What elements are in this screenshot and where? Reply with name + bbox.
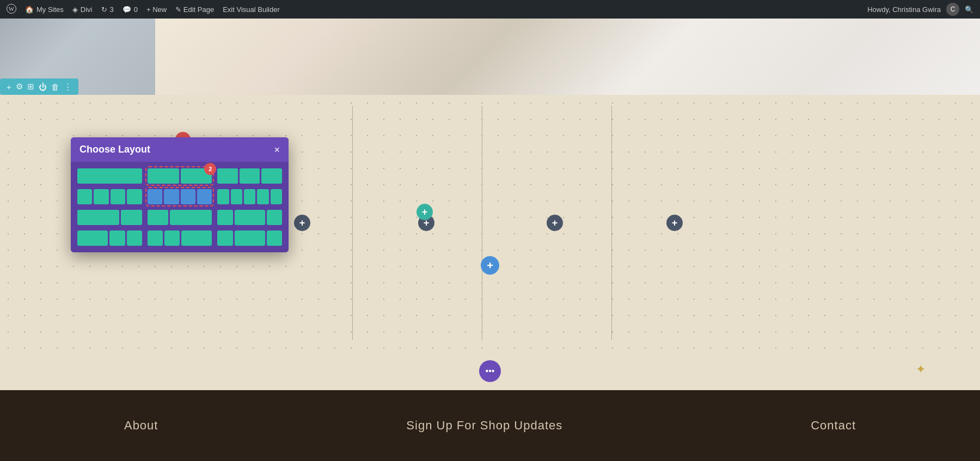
new-menu[interactable]: + New: [146, 5, 167, 14]
add-between-rows-btn[interactable]: +: [416, 204, 433, 220]
popup-close-button[interactable]: ×: [274, 145, 280, 155]
add-row-icon[interactable]: +: [7, 82, 11, 92]
delete-icon[interactable]: 🗑: [51, 82, 59, 92]
layout-selected-badge: 2: [204, 163, 216, 175]
layout-4col-green[interactable]: [77, 189, 142, 204]
edit-page-btn[interactable]: ✎ Edit Page: [175, 5, 214, 14]
layout-5col[interactable]: [217, 189, 282, 204]
more-icon[interactable]: ⋮: [64, 82, 72, 92]
layout-4col-blue-selected[interactable]: [148, 189, 212, 204]
layout-mixed-c[interactable]: [217, 230, 282, 246]
footer: About Sign Up For Shop Updates Contact: [0, 390, 980, 461]
home-icon: 🏠: [25, 5, 34, 14]
add-row-bottom-btn[interactable]: +: [481, 256, 499, 275]
updates-count: 3: [110, 5, 114, 14]
row-toolbar-top: + ⚙ ⊞ ⏻ 🗑 ⋮: [0, 78, 78, 95]
layout-mixed-a[interactable]: [77, 230, 142, 246]
disable-icon[interactable]: ⏻: [39, 82, 47, 92]
column-divider-3: [611, 106, 612, 340]
star-decoration: ✦: [916, 362, 926, 377]
divi-icon: ◈: [72, 5, 78, 14]
popup-title: Choose Layout: [79, 144, 150, 155]
top-right-image: [155, 19, 980, 95]
my-sites-label: My Sites: [36, 5, 64, 14]
comments-icon: 💬: [122, 5, 131, 14]
add-module-col4[interactable]: +: [666, 215, 683, 231]
admin-bar: W 🏠 My Sites ◈ Divi ↻ 3 💬 0 + New ✎ Edit…: [0, 0, 980, 19]
column-divider-2: [482, 106, 482, 340]
duplicate-icon[interactable]: ⊞: [27, 82, 34, 92]
new-label: + New: [146, 5, 167, 14]
layout-row-3: [77, 210, 282, 225]
layout-1col[interactable]: [77, 168, 142, 184]
layout-2col-selected[interactable]: 2: [148, 168, 212, 184]
top-images-area: [0, 19, 980, 95]
add-module-col3[interactable]: +: [547, 215, 563, 231]
updates-menu[interactable]: ↻ 3: [101, 5, 114, 14]
choose-layout-popup: Choose Layout × 2: [71, 137, 289, 252]
exit-vb-label: Exit Visual Builder: [223, 5, 280, 14]
my-sites-menu[interactable]: 🏠 My Sites: [25, 5, 64, 14]
updates-icon: ↻: [101, 5, 107, 14]
layout-3col[interactable]: [217, 168, 282, 184]
edit-page-label: ✎ Edit Page: [175, 5, 214, 14]
svg-text:W: W: [9, 5, 15, 12]
footer-signup[interactable]: Sign Up For Shop Updates: [406, 418, 562, 433]
wp-logo[interactable]: W: [7, 4, 16, 15]
search-icon[interactable]: 🔍: [965, 5, 973, 14]
comments-count: 0: [134, 5, 138, 14]
user-avatar[interactable]: C: [946, 3, 959, 16]
main-content-area: 1 + ⚙ ⊞ ⊟ ⏻ 🗑 ⋮ + + + + + Choose Layout …: [0, 95, 980, 351]
layout-mixed-b[interactable]: [148, 230, 212, 246]
divi-menu[interactable]: ◈ Divi: [72, 5, 93, 14]
popup-body: 2: [71, 162, 289, 252]
layout-row-2: [77, 189, 282, 204]
layout-row-1: 2: [77, 168, 282, 184]
add-module-col1[interactable]: +: [294, 215, 310, 231]
comments-menu[interactable]: 💬 0: [122, 5, 138, 14]
admin-user-area: Howdy, Christina Gwira C 🔍: [867, 3, 973, 16]
column-divider-1: [352, 106, 353, 340]
footer-contact[interactable]: Contact: [811, 418, 856, 433]
wordpress-icon: W: [7, 4, 16, 15]
layout-2-1[interactable]: [77, 210, 142, 225]
divi-label: Divi: [81, 5, 93, 14]
user-greeting: Howdy, Christina Gwira: [867, 5, 941, 14]
dots-menu-button[interactable]: •••: [479, 360, 501, 382]
exit-visual-builder-btn[interactable]: Exit Visual Builder: [223, 5, 280, 14]
footer-about[interactable]: About: [124, 418, 158, 433]
popup-header: Choose Layout ×: [71, 137, 289, 162]
layout-wide-center[interactable]: [217, 210, 282, 225]
layout-1-2[interactable]: [148, 210, 212, 225]
settings-icon[interactable]: ⚙: [16, 82, 23, 92]
layout-row-4: [77, 230, 282, 246]
page-wrapper: + ⚙ ⊞ ⏻ 🗑 ⋮ 1 + ⚙ ⊞ ⊟ ⏻ 🗑 ⋮ + + + + +: [0, 19, 980, 461]
